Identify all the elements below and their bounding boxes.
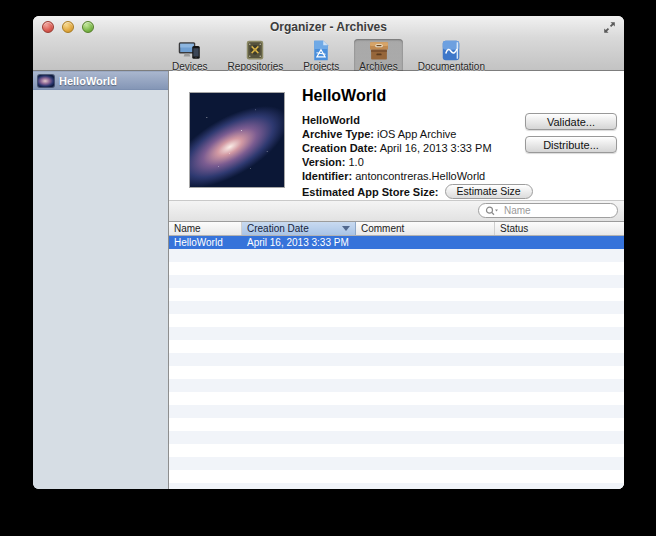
action-buttons: Validate... Distribute... bbox=[525, 113, 617, 153]
sort-descending-icon bbox=[342, 226, 350, 231]
archives-icon bbox=[367, 40, 391, 61]
estimated-size-row: Estimated App Store Size: Estimate Size bbox=[302, 184, 533, 199]
archive-name: HelloWorld bbox=[302, 113, 533, 127]
sidebar: HelloWorld bbox=[33, 71, 169, 489]
distribute-button[interactable]: Distribute... bbox=[525, 136, 617, 153]
cell-status bbox=[495, 236, 624, 249]
toolbar-item-projects[interactable]: Projects bbox=[298, 39, 344, 73]
toolbar: Devices Repositories bbox=[33, 38, 624, 71]
search-icon bbox=[485, 206, 499, 216]
archive-type-row: Archive Type: iOS App Archive bbox=[302, 127, 533, 141]
devices-icon bbox=[178, 40, 202, 61]
sidebar-item-helloworld[interactable]: HelloWorld bbox=[33, 71, 168, 90]
cell-creation-date: April 16, 2013 3:33 PM bbox=[242, 236, 356, 249]
archive-artwork-image bbox=[190, 93, 284, 187]
archive-title: HelloWorld bbox=[302, 87, 533, 105]
version-row: Version: 1.0 bbox=[302, 155, 533, 169]
toolbar-item-devices[interactable]: Devices bbox=[167, 39, 213, 73]
toolbar-item-archives[interactable]: Archives bbox=[354, 39, 402, 73]
projects-icon bbox=[309, 40, 333, 61]
search-field[interactable] bbox=[478, 203, 618, 218]
organizer-window: Organizer - Archives Devi bbox=[33, 16, 624, 489]
estimate-size-button[interactable]: Estimate Size bbox=[445, 184, 533, 199]
window-chrome: Organizer - Archives Devi bbox=[33, 16, 624, 71]
toolbar-item-repositories[interactable]: Repositories bbox=[223, 39, 289, 73]
archive-info: HelloWorld HelloWorld Archive Type: iOS … bbox=[302, 87, 533, 199]
table-header: Name Creation Date Comment Status bbox=[169, 221, 624, 236]
toolbar-item-documentation[interactable]: Documentation bbox=[413, 39, 490, 73]
content: HelloWorld HelloWorld HelloWorld Archive… bbox=[33, 71, 624, 489]
estimated-size-label: Estimated App Store Size: bbox=[302, 185, 439, 199]
cell-comment bbox=[356, 236, 495, 249]
column-header-comment[interactable]: Comment bbox=[356, 222, 495, 235]
repositories-icon bbox=[243, 40, 267, 61]
column-header-status[interactable]: Status bbox=[495, 222, 624, 235]
cell-name: HelloWorld bbox=[169, 236, 242, 249]
identifier-row: Identifier: antoncontreras.HelloWorld bbox=[302, 169, 533, 183]
main-pane: HelloWorld HelloWorld Archive Type: iOS … bbox=[169, 71, 624, 489]
titlebar[interactable]: Organizer - Archives bbox=[33, 16, 624, 38]
column-header-name[interactable]: Name bbox=[169, 222, 242, 235]
filter-bar bbox=[169, 200, 624, 221]
archive-detail: HelloWorld HelloWorld Archive Type: iOS … bbox=[169, 71, 624, 200]
table-body-empty[interactable] bbox=[169, 249, 624, 489]
search-input[interactable] bbox=[502, 204, 611, 217]
fullscreen-icon[interactable] bbox=[603, 21, 616, 34]
archive-thumbnail-icon bbox=[38, 75, 54, 87]
window-title: Organizer - Archives bbox=[33, 16, 624, 38]
table-row-helloworld[interactable]: HelloWorld April 16, 2013 3:33 PM bbox=[169, 236, 624, 249]
creation-date-row: Creation Date: April 16, 2013 3:33 PM bbox=[302, 141, 533, 155]
validate-button[interactable]: Validate... bbox=[525, 113, 617, 130]
column-header-creation-date[interactable]: Creation Date bbox=[242, 222, 356, 235]
sidebar-item-label: HelloWorld bbox=[59, 75, 117, 87]
documentation-icon bbox=[439, 40, 463, 61]
